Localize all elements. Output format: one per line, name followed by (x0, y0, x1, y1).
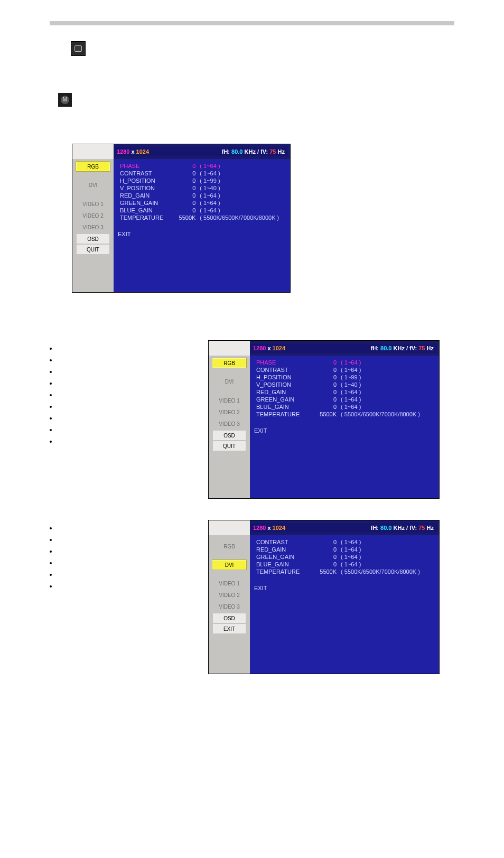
sidebar-item-quit[interactable]: QUIT (213, 441, 246, 451)
sidebar-item-rgb[interactable]: RGB (212, 358, 247, 368)
sidebar-item-video3[interactable]: VIDEO 3 (72, 221, 114, 233)
sidebar-item-video1[interactable]: VIDEO 1 (209, 577, 250, 589)
osd-sidebar: RGB DVI VIDEO 1 VIDEO 2 VIDEO 3 OSD EXIT (209, 520, 250, 674)
osd-main-rgb: PHASE0( 1~64 )CONTRAST0( 1~64 )H_POSITIO… (250, 356, 439, 498)
sidebar-item-video2[interactable]: VIDEO 2 (72, 210, 114, 221)
osd-exit[interactable]: EXIT (118, 231, 286, 237)
sidebar-item-osd[interactable]: OSD (77, 234, 109, 244)
spec-bullet (57, 344, 198, 352)
sidebar-item-rgb[interactable]: RGB (209, 540, 250, 552)
sidebar-item-dvi[interactable]: DVI (72, 179, 114, 191)
sidebar-item-osd[interactable]: OSD (213, 613, 246, 623)
sidebar-item-quit[interactable]: QUIT (77, 245, 109, 254)
rgb-spec-list (50, 344, 198, 445)
spec-bullet (57, 536, 198, 543)
sidebar-item-dvi[interactable]: DVI (209, 376, 250, 387)
spec-bullet (57, 368, 198, 375)
m-button-icon (58, 93, 72, 107)
sidebar-item-video2[interactable]: VIDEO 2 (209, 589, 250, 601)
spec-bullet (57, 437, 198, 445)
osd-topbar: 1280 x 1024 fH: 80.0 KHz / fV: 75 Hz (250, 523, 437, 533)
osd-topbar: 1280 x 1024 fH: 80.0 KHz / fV: 75 Hz (250, 343, 437, 353)
spec-bullet (57, 379, 198, 387)
sidebar-item-video2[interactable]: VIDEO 2 (209, 406, 250, 418)
spec-bullet (57, 559, 198, 566)
osd-sidebar: RGB DVI VIDEO 1 VIDEO 2 VIDEO 3 OSD QUIT (72, 144, 114, 292)
spec-bullet (57, 582, 198, 590)
osd-main-dvi: CONTRAST0( 1~64 )RED_GAIN0( 1~64 )GREEN_… (250, 535, 439, 674)
sidebar-item-rgb[interactable]: RGB (76, 161, 110, 172)
spec-bullet (57, 414, 198, 422)
sidebar-item-exit[interactable]: EXIT (213, 624, 246, 633)
sidebar-item-video3[interactable]: VIDEO 3 (209, 418, 250, 430)
spec-bullet (57, 403, 198, 410)
spec-bullet (57, 391, 198, 398)
spec-bullet (57, 547, 198, 555)
osd-exit[interactable]: EXIT (254, 427, 435, 434)
spec-bullet (57, 356, 198, 363)
spec-bullet (57, 571, 198, 578)
dvi-spec-list (50, 524, 198, 590)
osd-screenshot-rgb-2: RGB DVI VIDEO 1 VIDEO 2 VIDEO 3 OSD QUIT… (208, 340, 440, 499)
osd-screenshot-rgb: RGB DVI VIDEO 1 VIDEO 2 VIDEO 3 OSD QUIT… (72, 144, 291, 293)
sidebar-item-video1[interactable]: VIDEO 1 (209, 395, 250, 406)
section-divider (50, 21, 454, 25)
spec-bullet (57, 524, 198, 531)
osd-exit[interactable]: EXIT (254, 585, 435, 591)
sidebar-item-video3[interactable]: VIDEO 3 (209, 601, 250, 612)
spec-bullet (57, 426, 198, 433)
sidebar-item-osd[interactable]: OSD (213, 431, 246, 440)
sidebar-item-dvi[interactable]: DVI (212, 559, 247, 570)
sidebar-item-video1[interactable]: VIDEO 1 (72, 198, 114, 210)
osd-sidebar: RGB DVI VIDEO 1 VIDEO 2 VIDEO 3 OSD QUIT (209, 341, 250, 498)
menu-button-icon (71, 41, 86, 56)
osd-main-rgb: PHASE0( 1~64 )CONTRAST0( 1~64 )H_POSITIO… (114, 159, 290, 292)
osd-screenshot-dvi: RGB DVI VIDEO 1 VIDEO 2 VIDEO 3 OSD EXIT… (208, 520, 440, 674)
osd-topbar: 1280 x 1024 fH: 80.0 KHz / fV: 75 Hz (114, 147, 288, 156)
